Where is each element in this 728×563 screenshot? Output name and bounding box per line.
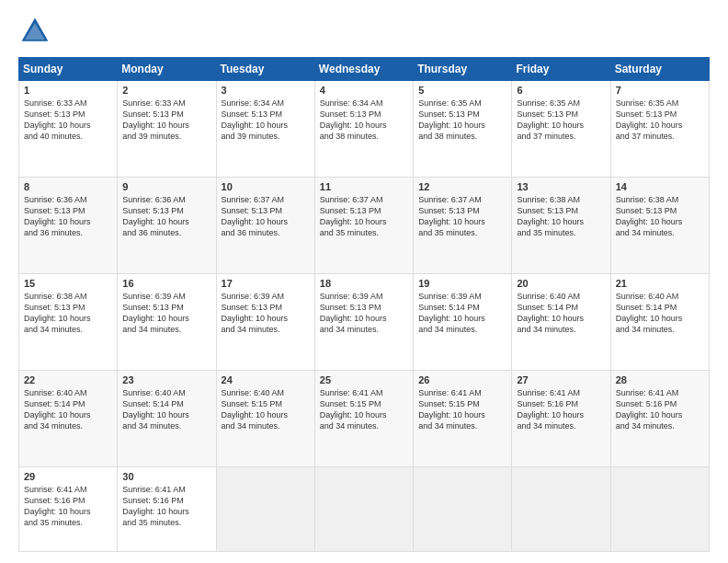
cell-content: Sunrise: 6:39 AMSunset: 5:13 PMDaylight:… [122,291,210,336]
calendar-week-4: 22Sunrise: 6:40 AMSunset: 5:14 PMDayligh… [19,370,710,466]
cell-content: Sunrise: 6:34 AMSunset: 5:13 PMDaylight:… [320,98,408,143]
cell-content: Sunrise: 6:37 AMSunset: 5:13 PMDaylight:… [222,194,310,239]
cell-content: Sunrise: 6:38 AMSunset: 5:13 PMDaylight:… [616,194,704,239]
cell-content: Sunrise: 6:41 AMSunset: 5:16 PMDaylight:… [122,484,210,529]
day-number: 11 [320,181,408,192]
cell-content: Sunrise: 6:39 AMSunset: 5:13 PMDaylight:… [320,291,408,336]
day-number: 5 [418,85,506,96]
calendar-cell: 13Sunrise: 6:38 AMSunset: 5:13 PMDayligh… [512,177,610,273]
day-number: 18 [320,278,408,289]
calendar-week-5: 29Sunrise: 6:41 AMSunset: 5:16 PMDayligh… [19,466,710,551]
cell-content: Sunrise: 6:40 AMSunset: 5:14 PMDaylight:… [616,291,704,336]
calendar-cell: 3Sunrise: 6:34 AMSunset: 5:13 PMDaylight… [216,81,314,178]
day-number: 29 [24,471,112,482]
calendar-cell: 19Sunrise: 6:39 AMSunset: 5:14 PMDayligh… [414,273,512,370]
day-number: 10 [222,181,310,192]
calendar-cell: 17Sunrise: 6:39 AMSunset: 5:13 PMDayligh… [216,273,314,370]
calendar-cell: 7Sunrise: 6:35 AMSunset: 5:13 PMDaylight… [610,81,709,178]
day-number: 28 [616,374,704,385]
day-number: 7 [616,85,704,96]
day-number: 26 [418,374,506,385]
calendar-header-friday: Friday [512,58,610,81]
day-number: 1 [24,85,112,96]
day-number: 12 [418,181,506,192]
cell-content: Sunrise: 6:39 AMSunset: 5:14 PMDaylight:… [418,291,506,336]
calendar-cell: 9Sunrise: 6:36 AMSunset: 5:13 PMDaylight… [118,177,216,273]
cell-content: Sunrise: 6:35 AMSunset: 5:13 PMDaylight:… [517,98,605,143]
day-number: 3 [222,85,310,96]
calendar-table: SundayMondayTuesdayWednesdayThursdayFrid… [18,57,710,552]
cell-content: Sunrise: 6:41 AMSunset: 5:16 PMDaylight:… [616,387,704,432]
calendar-cell [414,466,512,551]
calendar-cell [610,466,709,551]
calendar-header-saturday: Saturday [610,58,709,81]
logo-icon [18,15,51,48]
page: SundayMondayTuesdayWednesdayThursdayFrid… [0,0,728,563]
cell-content: Sunrise: 6:35 AMSunset: 5:13 PMDaylight:… [418,98,506,143]
day-number: 14 [616,181,704,192]
calendar-header-tuesday: Tuesday [216,58,314,81]
day-number: 4 [320,85,408,96]
calendar-cell: 2Sunrise: 6:33 AMSunset: 5:13 PMDaylight… [118,81,216,178]
cell-content: Sunrise: 6:40 AMSunset: 5:14 PMDaylight:… [517,291,605,336]
cell-content: Sunrise: 6:39 AMSunset: 5:13 PMDaylight:… [222,291,310,336]
day-number: 8 [24,181,112,192]
day-number: 25 [320,374,408,385]
cell-content: Sunrise: 6:35 AMSunset: 5:13 PMDaylight:… [616,98,704,143]
calendar-week-2: 8Sunrise: 6:36 AMSunset: 5:13 PMDaylight… [19,177,710,273]
day-number: 30 [122,471,210,482]
calendar-cell: 26Sunrise: 6:41 AMSunset: 5:15 PMDayligh… [414,370,512,466]
calendar-cell: 15Sunrise: 6:38 AMSunset: 5:13 PMDayligh… [19,273,118,370]
day-number: 22 [24,374,112,385]
cell-content: Sunrise: 6:33 AMSunset: 5:13 PMDaylight:… [122,98,210,143]
cell-content: Sunrise: 6:36 AMSunset: 5:13 PMDaylight:… [122,194,210,239]
cell-content: Sunrise: 6:36 AMSunset: 5:13 PMDaylight:… [24,194,112,239]
calendar-cell: 21Sunrise: 6:40 AMSunset: 5:14 PMDayligh… [610,273,709,370]
calendar-header-monday: Monday [118,58,216,81]
cell-content: Sunrise: 6:41 AMSunset: 5:16 PMDaylight:… [24,484,112,529]
calendar-cell: 6Sunrise: 6:35 AMSunset: 5:13 PMDaylight… [512,81,610,178]
logo [18,15,57,48]
calendar-header-sunday: Sunday [19,58,118,81]
calendar-cell: 20Sunrise: 6:40 AMSunset: 5:14 PMDayligh… [512,273,610,370]
cell-content: Sunrise: 6:41 AMSunset: 5:15 PMDaylight:… [418,387,506,432]
calendar-cell: 10Sunrise: 6:37 AMSunset: 5:13 PMDayligh… [216,177,314,273]
calendar-cell: 1Sunrise: 6:33 AMSunset: 5:13 PMDaylight… [19,81,118,178]
cell-content: Sunrise: 6:37 AMSunset: 5:13 PMDaylight:… [418,194,506,239]
day-number: 17 [222,278,310,289]
cell-content: Sunrise: 6:41 AMSunset: 5:16 PMDaylight:… [517,387,605,432]
calendar-cell: 29Sunrise: 6:41 AMSunset: 5:16 PMDayligh… [19,466,118,551]
calendar-header-wednesday: Wednesday [314,58,413,81]
day-number: 24 [222,374,310,385]
calendar-cell: 30Sunrise: 6:41 AMSunset: 5:16 PMDayligh… [118,466,216,551]
day-number: 9 [122,181,210,192]
cell-content: Sunrise: 6:38 AMSunset: 5:13 PMDaylight:… [517,194,605,239]
day-number: 15 [24,278,112,289]
cell-content: Sunrise: 6:40 AMSunset: 5:14 PMDaylight:… [24,387,112,432]
day-number: 23 [122,374,210,385]
calendar-cell: 22Sunrise: 6:40 AMSunset: 5:14 PMDayligh… [19,370,118,466]
calendar-cell: 12Sunrise: 6:37 AMSunset: 5:13 PMDayligh… [414,177,512,273]
calendar-cell: 14Sunrise: 6:38 AMSunset: 5:13 PMDayligh… [610,177,709,273]
calendar-cell: 28Sunrise: 6:41 AMSunset: 5:16 PMDayligh… [610,370,709,466]
calendar-cell: 27Sunrise: 6:41 AMSunset: 5:16 PMDayligh… [512,370,610,466]
calendar-cell: 8Sunrise: 6:36 AMSunset: 5:13 PMDaylight… [19,177,118,273]
calendar-cell: 24Sunrise: 6:40 AMSunset: 5:15 PMDayligh… [216,370,314,466]
day-number: 6 [517,85,605,96]
cell-content: Sunrise: 6:38 AMSunset: 5:13 PMDaylight:… [24,291,112,336]
calendar-cell [216,466,314,551]
cell-content: Sunrise: 6:40 AMSunset: 5:14 PMDaylight:… [122,387,210,432]
calendar-header-row: SundayMondayTuesdayWednesdayThursdayFrid… [19,58,710,81]
calendar-body: 1Sunrise: 6:33 AMSunset: 5:13 PMDaylight… [19,81,710,552]
calendar-cell [314,466,413,551]
day-number: 21 [616,278,704,289]
day-number: 13 [517,181,605,192]
day-number: 19 [418,278,506,289]
calendar-cell: 11Sunrise: 6:37 AMSunset: 5:13 PMDayligh… [314,177,413,273]
calendar-cell: 5Sunrise: 6:35 AMSunset: 5:13 PMDaylight… [414,81,512,178]
cell-content: Sunrise: 6:34 AMSunset: 5:13 PMDaylight:… [222,98,310,143]
day-number: 20 [517,278,605,289]
cell-content: Sunrise: 6:33 AMSunset: 5:13 PMDaylight:… [24,98,112,143]
cell-content: Sunrise: 6:40 AMSunset: 5:15 PMDaylight:… [222,387,310,432]
calendar-cell [512,466,610,551]
